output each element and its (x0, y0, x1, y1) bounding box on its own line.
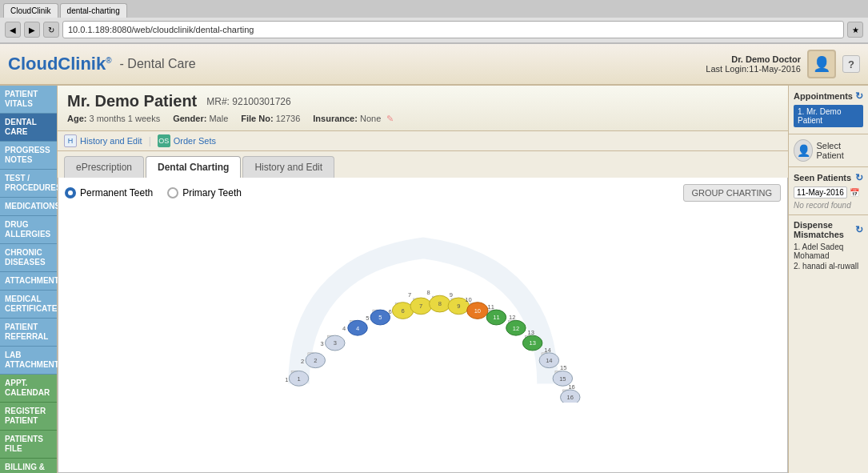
help-button[interactable]: ? (842, 55, 860, 73)
svg-text:11: 11 (487, 303, 494, 311)
select-patient-area[interactable]: 👤 Select Patient (789, 134, 868, 167)
permanent-teeth-option[interactable]: Permanent Teeth (65, 187, 153, 198)
svg-text:8: 8 (426, 289, 430, 296)
tooth-14[interactable]: 14 (539, 353, 559, 368)
sidebar-item-appt-calendar[interactable]: APPT. CALENDAR (0, 375, 57, 403)
group-charting-button[interactable]: GROUP CHARTING (683, 184, 781, 202)
svg-text:4: 4 (342, 325, 345, 332)
sidebar-item-billing-insurance[interactable]: BILLING & INSURANCE ▶ (0, 459, 57, 473)
tooth-3[interactable]: 3 (325, 335, 345, 351)
dental-chart-area: 1 1 2 2 (65, 206, 781, 403)
calendar-icon[interactable]: 📅 (850, 188, 859, 197)
dispense-item-2[interactable]: 2. hanadi al-ruwall (794, 262, 863, 271)
sidebar-item-dental-care[interactable]: DENTAL CARE (0, 114, 57, 142)
svg-text:1: 1 (285, 376, 288, 383)
bookmark-button[interactable]: ★ (847, 22, 863, 38)
seen-date-input[interactable]: 11-May-2016 (794, 186, 847, 198)
subnav-order-sets[interactable]: OS Order Sets (158, 134, 216, 147)
back-button[interactable]: ◀ (5, 22, 21, 38)
patient-header: Mr. Demo Patient MR#: 92100301726 Age: 3… (58, 86, 788, 131)
sidebar-item-lab-attachments[interactable]: LAB ATTACHMENTS (0, 347, 57, 375)
seen-patients-refresh-icon[interactable]: ↻ (855, 172, 863, 183)
forward-button[interactable]: ▶ (24, 22, 40, 38)
sidebar-item-attachments[interactable]: ATTACHMENTS (0, 272, 57, 291)
primary-teeth-radio[interactable] (167, 187, 178, 198)
sidebar-item-medications[interactable]: MEDICATIONS (0, 198, 57, 216)
history-edit-icon: H (64, 134, 77, 147)
tooth-2[interactable]: 2 (306, 353, 326, 368)
content-area: Mr. Demo Patient MR#: 92100301726 Age: 3… (58, 86, 788, 473)
sidebar-item-drug-allergies[interactable]: DRUG ALLERGIES (0, 216, 57, 244)
browser-tab-2[interactable]: dental-charting (60, 3, 127, 18)
svg-text:9: 9 (449, 291, 452, 299)
header-right: Dr. Demo Doctor Last Login:11-May-2016 👤… (706, 50, 860, 78)
main-layout: PATIENT VITALS DENTAL CARE PROGRESS NOTE… (0, 86, 868, 473)
browser-chrome: CloudClinik dental-charting ◀ ▶ ↻ 10.0.1… (0, 0, 868, 44)
svg-text:7: 7 (419, 303, 422, 310)
patient-mr: MR#: 92100301726 (206, 96, 290, 107)
svg-text:11: 11 (493, 314, 499, 321)
seen-patients-date-filter: 11-May-2016 📅 (794, 186, 863, 198)
svg-text:13: 13 (529, 339, 535, 347)
sidebar-item-register-patient[interactable]: REGISTER PATIENT (0, 403, 57, 431)
svg-text:3: 3 (320, 340, 323, 347)
tab-eprescription[interactable]: ePrescription (64, 156, 144, 178)
svg-text:3: 3 (333, 339, 336, 347)
svg-text:10: 10 (465, 296, 471, 303)
subnav-history-edit[interactable]: H History and Edit (64, 134, 142, 147)
tooth-1[interactable]: 1 (289, 371, 309, 386)
svg-text:10: 10 (474, 307, 480, 315)
tooth-8[interactable]: 8 (429, 295, 450, 312)
dispense-refresh-icon[interactable]: ↻ (855, 224, 863, 235)
primary-teeth-option[interactable]: Primary Teeth (167, 187, 242, 198)
primary-teeth-label: Primary Teeth (182, 187, 242, 198)
tooth-12[interactable]: 12 (506, 320, 526, 335)
insurance-edit-icon[interactable]: ✎ (386, 114, 394, 123)
svg-text:2: 2 (314, 357, 317, 364)
svg-text:12: 12 (512, 325, 518, 332)
doctor-avatar: 👤 (807, 50, 836, 78)
select-patient-avatar: 👤 (794, 139, 813, 162)
svg-text:13: 13 (527, 329, 534, 336)
tab-history-edit[interactable]: History and Edit (242, 156, 334, 178)
dispense-title: Dispense Mismatches ↻ (794, 220, 863, 239)
file-detail: File No: 12736 (241, 114, 300, 124)
seen-patients-section: Seen Patients ↻ 11-May-2016 📅 No record … (789, 167, 868, 215)
patient-details: Age: 3 months 1 weeks Gender: Male File … (67, 114, 778, 124)
tooth-7[interactable]: 7 (410, 298, 430, 315)
right-panel: Appointments ↻ 1. Mr. Demo Patient 👤 Sel… (788, 86, 868, 473)
doctor-name: Dr. Demo Doctor (706, 54, 801, 64)
tooth-5[interactable]: 5 (370, 310, 390, 325)
tab-dental-charting[interactable]: Dental Charting (146, 156, 241, 178)
sidebar-item-patient-referral[interactable]: PATIENT REFERRAL (0, 319, 57, 347)
svg-text:14: 14 (546, 357, 552, 364)
tooth-11[interactable]: 11 (486, 310, 506, 325)
insurance-detail: Insurance: None ✎ (313, 114, 394, 124)
appointments-refresh-icon[interactable]: ↻ (855, 90, 863, 102)
sub-nav: H History and Edit | OS Order Sets (58, 131, 788, 151)
refresh-button[interactable]: ↻ (43, 22, 59, 38)
tooth-16[interactable]: 16 (560, 390, 580, 403)
appointment-item-1[interactable]: 1. Mr. Demo Patient (794, 105, 863, 127)
sidebar: PATIENT VITALS DENTAL CARE PROGRESS NOTE… (0, 86, 58, 473)
tooth-4[interactable]: 4 (347, 320, 367, 335)
tooth-10[interactable]: 10 (466, 303, 487, 319)
browser-tab-1[interactable]: CloudClinik (3, 3, 58, 18)
sidebar-item-medical-certificate[interactable]: MEDICAL CERTIFICATE (0, 291, 57, 319)
permanent-teeth-radio[interactable] (65, 187, 76, 198)
svg-text:6: 6 (388, 308, 391, 315)
svg-text:5: 5 (366, 315, 369, 322)
sidebar-item-test-procedures[interactable]: TEST / PROCEDURES (0, 170, 57, 198)
sidebar-item-patient-vitals[interactable]: PATIENT VITALS (0, 86, 57, 114)
doctor-info: Dr. Demo Doctor Last Login:11-May-2016 (706, 54, 801, 74)
sidebar-item-chronic-diseases[interactable]: CHRONIC DISEASES (0, 244, 57, 272)
permanent-teeth-label: Permanent Teeth (80, 187, 153, 198)
browser-toolbar: ◀ ▶ ↻ 10.0.1.189:8080/web/cloudclinik/de… (0, 18, 868, 43)
sidebar-item-patients-file[interactable]: PATIENTS FILE (0, 431, 57, 459)
address-bar[interactable]: 10.0.1.189:8080/web/cloudclinik/dental-c… (62, 21, 844, 38)
sidebar-item-progress-notes[interactable]: PROGRESS NOTES (0, 142, 57, 170)
tab-section: ePrescription Dental Charting History an… (58, 151, 788, 473)
tooth-13[interactable]: 13 (522, 335, 542, 351)
dispense-item-1[interactable]: 1. Adel Sadeq Mohamad (794, 243, 863, 260)
svg-text:15: 15 (559, 375, 566, 383)
